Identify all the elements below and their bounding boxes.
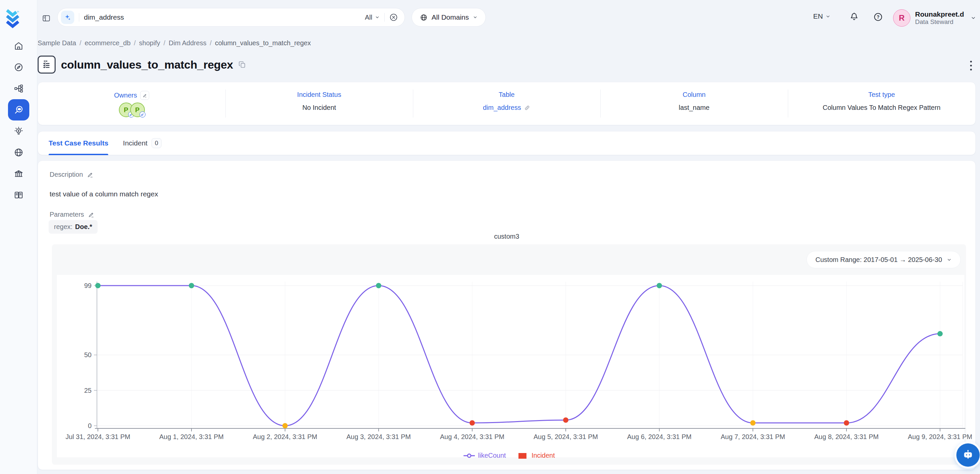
chevron-down-icon	[970, 15, 976, 21]
description-label: Description	[49, 171, 83, 178]
edit-pencil-icon[interactable]	[87, 172, 94, 178]
tab-incident[interactable]: Incident 0	[123, 131, 162, 155]
notifications-button[interactable]	[849, 12, 859, 22]
svg-text:Aug 7, 2024, 3:31 PM: Aug 7, 2024, 3:31 PM	[721, 433, 785, 441]
svg-text:Aug 9, 2024, 3:31 PM: Aug 9, 2024, 3:31 PM	[908, 433, 972, 441]
breadcrumb-separator: /	[164, 39, 165, 47]
link-icon	[524, 105, 530, 111]
all-domains-dropdown[interactable]: All Domains	[412, 8, 486, 27]
test-type-value: Column Values To Match Regex Pattern	[823, 104, 941, 111]
column-label: Column	[682, 91, 706, 99]
legend-label: Incident	[531, 452, 555, 460]
summary-owners: Owners P P	[38, 82, 226, 125]
chart-point-success[interactable]	[937, 331, 943, 337]
legend-item-incident[interactable]: Incident	[517, 452, 555, 460]
sidebar	[0, 0, 37, 474]
test-type-label: Test type	[868, 91, 895, 99]
chart-point-failed[interactable]	[563, 417, 568, 423]
owner-avatar[interactable]: P	[130, 103, 145, 117]
parameter-key: regex:	[54, 223, 73, 231]
language-dropdown[interactable]: EN	[813, 12, 830, 20]
breadcrumb-item[interactable]: shopify	[139, 39, 160, 47]
search-clear-button[interactable]	[389, 13, 398, 22]
parameter-value: Doe.*	[75, 223, 92, 231]
breadcrumb-separator: /	[80, 39, 81, 47]
user-menu[interactable]: R Rounakpreet.d Data Steward	[893, 9, 976, 27]
search-scope-label: All	[365, 14, 372, 21]
owner-initial: P	[124, 106, 128, 114]
parameter-chip: regex: Doe.*	[49, 220, 97, 234]
search-scope-dropdown[interactable]: All	[365, 14, 380, 21]
search-divider-2	[384, 13, 385, 22]
test-result-line-chart[interactable]: 0255099Jul 31, 2024, 3:31 PMAug 1, 2024,…	[52, 244, 966, 465]
incident-count-badge: 0	[151, 138, 162, 148]
sidebar-toggle-button[interactable]	[41, 14, 51, 23]
edit-owners-button[interactable]	[140, 91, 149, 100]
chart-point-success[interactable]	[376, 283, 381, 288]
svg-text:0: 0	[88, 422, 92, 429]
sidebar-item-glossary[interactable]	[8, 185, 29, 206]
svg-text:Jul 31, 2024, 3:31 PM: Jul 31, 2024, 3:31 PM	[65, 433, 130, 441]
summary-incident-status: Incident Status No Incident	[226, 82, 413, 125]
svg-text:Aug 6, 2024, 3:31 PM: Aug 6, 2024, 3:31 PM	[627, 433, 691, 441]
help-icon: ?	[873, 12, 883, 22]
chart-point-failed[interactable]	[469, 420, 475, 425]
chat-bot-button[interactable]	[956, 444, 980, 467]
chart-point-success[interactable]	[189, 283, 194, 288]
edit-pencil-icon[interactable]	[88, 212, 95, 218]
chart-point-aborted[interactable]	[282, 423, 288, 428]
ai-sparkle-icon[interactable]	[61, 11, 74, 24]
help-button[interactable]: ?	[873, 12, 883, 22]
svg-text:99: 99	[84, 282, 92, 289]
date-range-label: Custom Range: 2017-05-01 → 2025-06-30	[816, 256, 942, 264]
breadcrumb-item[interactable]: ecommerce_db	[84, 39, 130, 47]
chevron-down-icon	[473, 15, 477, 20]
legend-line-icon	[463, 453, 475, 459]
chart-point-success[interactable]	[95, 283, 100, 288]
panel-toggle-icon	[41, 14, 51, 23]
incident-status-label: Incident Status	[297, 91, 341, 99]
language-label: EN	[813, 12, 823, 20]
copy-icon	[238, 60, 247, 69]
global-search-bar[interactable]: dim_address All	[57, 8, 405, 27]
svg-text:?: ?	[877, 14, 880, 20]
breadcrumb: Sample Data/ecommerce_db/shopify/Dim Add…	[38, 39, 311, 47]
tab-test-case-results[interactable]: Test Case Results	[49, 131, 108, 155]
more-actions-button[interactable]	[968, 58, 974, 74]
legend-square-icon	[517, 453, 528, 459]
svg-text:Aug 1, 2024, 3:31 PM: Aug 1, 2024, 3:31 PM	[159, 433, 223, 441]
breadcrumb-separator: /	[134, 39, 136, 47]
breadcrumb-item[interactable]: Sample Data	[38, 39, 76, 47]
copy-name-button[interactable]	[238, 60, 247, 69]
clear-circle-icon	[389, 13, 398, 22]
svg-text:Aug 2, 2024, 3:31 PM: Aug 2, 2024, 3:31 PM	[253, 433, 317, 441]
table-link[interactable]: dim_address	[483, 104, 530, 111]
search-input[interactable]: dim_address	[84, 13, 124, 21]
bank-icon	[14, 169, 24, 179]
sidebar-item-data-flow[interactable]	[8, 78, 29, 99]
sidebar-item-explore[interactable]	[8, 57, 29, 78]
sidebar-item-govern[interactable]	[8, 163, 29, 185]
breadcrumb-item[interactable]: column_values_to_match_regex	[215, 39, 311, 47]
search-divider	[79, 13, 79, 22]
chart-point-aborted[interactable]	[750, 420, 756, 425]
test-case-checklist-icon	[38, 56, 56, 73]
globe-icon	[420, 14, 428, 21]
chart-legend: likeCountIncident	[52, 452, 966, 460]
sidebar-item-observability[interactable]	[8, 99, 29, 121]
legend-item-likecount[interactable]: likeCount	[463, 452, 506, 460]
chat-bot-icon	[961, 449, 975, 462]
date-range-dropdown[interactable]: Custom Range: 2017-05-01 → 2025-06-30	[807, 251, 961, 268]
chevron-down-icon	[375, 15, 380, 20]
chart-point-failed[interactable]	[844, 420, 849, 425]
sidebar-item-home[interactable]	[8, 35, 29, 57]
sidebar-item-domains[interactable]	[8, 142, 29, 163]
bell-icon	[849, 12, 859, 22]
chart-point-success[interactable]	[657, 283, 662, 288]
owner-initial: P	[135, 106, 140, 114]
insights-bulb-icon	[14, 126, 24, 136]
breadcrumb-item[interactable]: Dim Address	[169, 39, 207, 47]
sidebar-item-insights[interactable]	[8, 121, 29, 142]
kebab-menu-icon	[970, 60, 972, 71]
app-logo-icon[interactable]	[5, 8, 20, 28]
